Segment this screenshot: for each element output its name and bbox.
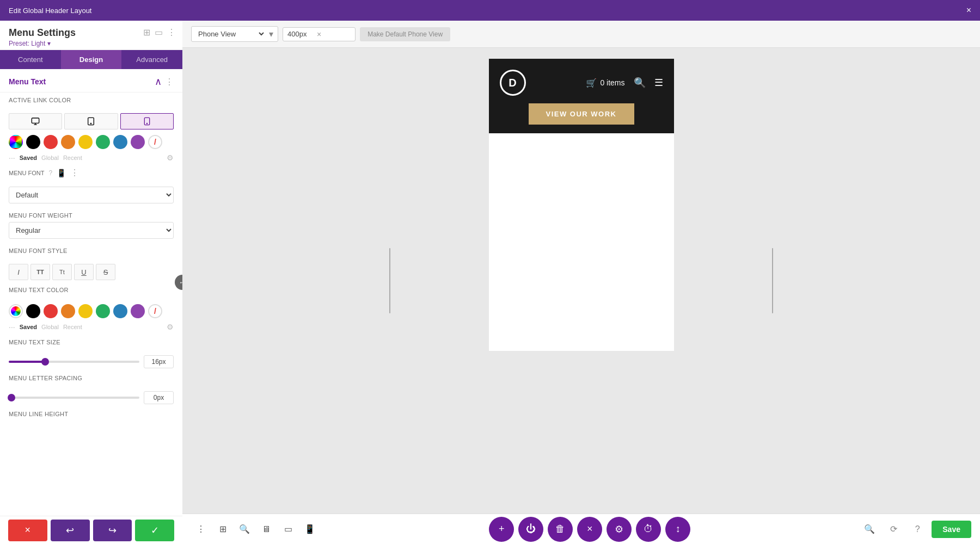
- panel-dots-icon[interactable]: ⋮: [167, 27, 176, 38]
- left-drag-line[interactable]: [389, 248, 390, 313]
- font-uppercase-btn[interactable]: TT: [30, 264, 50, 280]
- panel-settings-icon[interactable]: ⊞: [143, 27, 150, 38]
- menu-color-orange[interactable]: [61, 304, 75, 318]
- toolbar-dots-btn[interactable]: ⋮: [191, 520, 211, 539]
- menu-line-height-label: Menu Line Height: [9, 411, 174, 417]
- view-width-extra-input[interactable]: [323, 30, 351, 38]
- close-button[interactable]: ×: [966, 5, 971, 15]
- color-meta-global[interactable]: Global: [41, 154, 59, 161]
- toolbar-help-btn[interactable]: ?: [908, 520, 927, 539]
- view-width-clear-btn[interactable]: ×: [317, 30, 321, 39]
- cancel-button[interactable]: ×: [8, 520, 47, 541]
- menu-letter-spacing-track[interactable]: [9, 397, 139, 399]
- preview-header: D 🛒 0 items 🔍 ☰ VIEW OUR WORK: [489, 59, 674, 133]
- menu-text-size-track[interactable]: [9, 361, 139, 363]
- color-swatch-red[interactable]: [44, 135, 58, 149]
- toolbar-tablet-btn[interactable]: ▭: [278, 520, 298, 539]
- color-swatch-yellow[interactable]: [78, 135, 93, 149]
- menu-color-yellow[interactable]: [78, 304, 93, 318]
- menu-color-active-swatch[interactable]: [9, 304, 23, 318]
- tab-design[interactable]: Design: [61, 50, 122, 69]
- menu-text-size-input[interactable]: 16px: [144, 355, 174, 368]
- font-capitalize-btn[interactable]: Tt: [52, 264, 72, 280]
- menu-font-dots-icon[interactable]: ⋮: [70, 168, 79, 178]
- toolbar-close-btn[interactable]: ×: [577, 517, 602, 542]
- toolbar-phone-btn[interactable]: 📱: [300, 520, 320, 539]
- panel-header-actions: ⊞ ▭ ⋮: [143, 27, 176, 38]
- toolbar-search-right-btn[interactable]: 🔍: [860, 520, 879, 539]
- panel-preset[interactable]: Preset: Light ▾: [9, 40, 174, 47]
- preview-cta-button[interactable]: VIEW OUR WORK: [529, 103, 634, 125]
- menu-line-height-row: Menu Line Height: [0, 406, 182, 425]
- toolbar-delete-btn[interactable]: 🗑: [548, 517, 573, 542]
- menu-color-meta-dots[interactable]: ···: [9, 323, 15, 331]
- menu-color-eraser[interactable]: /: [148, 304, 162, 318]
- active-link-color-label: Active Link Color: [9, 97, 174, 103]
- menu-font-label: Menu Font: [9, 170, 44, 176]
- menu-color-global[interactable]: Global: [41, 324, 59, 330]
- toolbar-search-left-btn[interactable]: 🔍: [235, 520, 254, 539]
- color-swatch-purple[interactable]: [131, 135, 145, 149]
- left-panel: Menu Settings Preset: Light ▾ ⊞ ▭ ⋮ Cont…: [0, 21, 182, 544]
- color-meta-gear-icon[interactable]: ⚙: [167, 153, 174, 162]
- menu-font-weight-select[interactable]: Regular Bold Light: [9, 222, 174, 239]
- font-underline-btn[interactable]: U: [74, 264, 94, 280]
- active-link-color-swatches: /: [0, 132, 182, 152]
- main-layout: Menu Settings Preset: Light ▾ ⊞ ▭ ⋮ Cont…: [0, 21, 980, 544]
- toolbar-refresh-btn[interactable]: ⟳: [884, 520, 903, 539]
- menu-font-device-icon[interactable]: 📱: [57, 169, 66, 177]
- make-default-button[interactable]: Make Default Phone View: [360, 27, 450, 41]
- save-main-button[interactable]: Save: [932, 521, 971, 538]
- color-swatch-green[interactable]: [96, 135, 110, 149]
- toolbar-power-btn[interactable]: ⏻: [518, 517, 543, 542]
- toolbar-grid-btn[interactable]: ⊞: [213, 520, 232, 539]
- undo-button[interactable]: ↩: [51, 520, 90, 541]
- section-menu-icon[interactable]: ⋮: [165, 77, 174, 87]
- section-collapse-icon[interactable]: ∧: [155, 76, 162, 88]
- color-eraser-swatch[interactable]: /: [148, 135, 162, 149]
- menu-color-recent[interactable]: Recent: [63, 324, 82, 330]
- color-swatch-blue[interactable]: [113, 135, 127, 149]
- toolbar-history-btn[interactable]: ⏱: [636, 517, 661, 542]
- view-select[interactable]: Phone View Tablet View Desktop View: [196, 29, 266, 39]
- color-swatch-orange[interactable]: [61, 135, 75, 149]
- view-bar: Phone View Tablet View Desktop View ▾ × …: [182, 21, 980, 48]
- right-drag-line[interactable]: [772, 248, 773, 313]
- cart-icon: 🛒: [586, 78, 597, 88]
- menu-color-red[interactable]: [44, 304, 58, 318]
- color-meta-saved[interactable]: Saved: [20, 154, 37, 161]
- menu-letter-spacing-input[interactable]: 0px: [144, 391, 174, 404]
- toolbar-layout-btn[interactable]: ↕: [665, 517, 690, 542]
- color-swatch-black[interactable]: [26, 135, 40, 149]
- tab-advanced[interactable]: Advanced: [121, 50, 182, 69]
- save-check-button[interactable]: ✓: [135, 520, 174, 541]
- view-width-input[interactable]: [287, 30, 315, 38]
- color-picker-swatch[interactable]: [9, 135, 23, 149]
- menu-font-help-icon[interactable]: ?: [48, 169, 52, 177]
- redo-button[interactable]: ↪: [93, 520, 132, 541]
- toolbar-desktop-btn[interactable]: 🖥: [256, 520, 276, 539]
- tablet-device-btn[interactable]: [64, 113, 118, 129]
- menu-color-blue[interactable]: [113, 304, 127, 318]
- menu-color-saved[interactable]: Saved: [20, 324, 37, 330]
- desktop-device-btn[interactable]: [9, 113, 62, 129]
- menu-text-color-meta: ··· Saved Global Recent ⚙: [0, 322, 182, 335]
- menu-color-green[interactable]: [96, 304, 110, 318]
- menu-color-gear-icon[interactable]: ⚙: [167, 323, 174, 331]
- tab-content[interactable]: Content: [0, 50, 61, 69]
- toolbar-left: ⋮ ⊞ 🔍 🖥 ▭ 📱: [191, 520, 320, 539]
- menu-text-size-thumb[interactable]: [41, 358, 49, 366]
- mobile-device-btn[interactable]: [120, 113, 174, 129]
- panel-layout-icon[interactable]: ▭: [155, 27, 163, 38]
- toolbar-settings-btn[interactable]: ⚙: [607, 517, 632, 542]
- font-strikethrough-btn[interactable]: S: [96, 264, 115, 280]
- color-meta-recent[interactable]: Recent: [63, 154, 82, 161]
- color-meta-dots[interactable]: ···: [9, 153, 15, 162]
- toolbar-add-btn[interactable]: +: [489, 517, 514, 542]
- font-italic-btn[interactable]: I: [9, 264, 28, 280]
- menu-letter-spacing-thumb[interactable]: [8, 394, 15, 401]
- bottom-action-bar: × ↩ ↪ ✓: [0, 516, 182, 544]
- menu-color-black[interactable]: [26, 304, 40, 318]
- menu-color-purple[interactable]: [131, 304, 145, 318]
- menu-font-select[interactable]: Default Arial Georgia Helvetica: [9, 187, 174, 203]
